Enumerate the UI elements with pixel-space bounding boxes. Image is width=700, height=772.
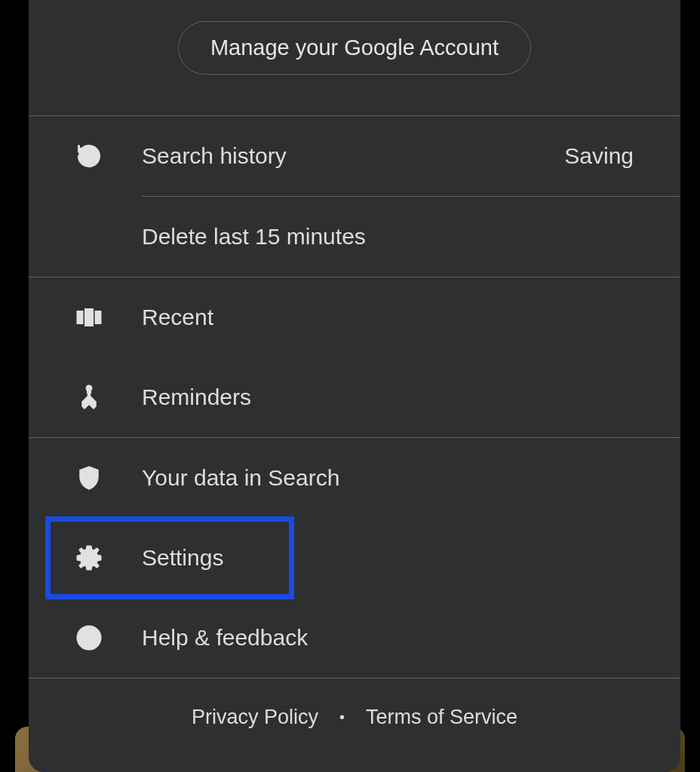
menu-label: Recent xyxy=(142,305,634,330)
svg-point-10 xyxy=(88,643,91,645)
menu-item-delete-15-minutes[interactable]: Delete last 15 minutes xyxy=(29,197,680,277)
svg-point-7 xyxy=(90,475,91,476)
reminders-icon xyxy=(75,384,103,411)
menu-item-reminders[interactable]: Reminders xyxy=(29,357,680,437)
svg-rect-4 xyxy=(88,386,91,393)
menu-label: Delete last 15 minutes xyxy=(142,224,634,250)
gear-icon xyxy=(75,544,103,571)
menu-label: Help & feedback xyxy=(142,625,634,651)
terms-of-service-link[interactable]: Terms of Service xyxy=(366,706,517,729)
privacy-policy-link[interactable]: Privacy Policy xyxy=(192,706,318,729)
separator-dot: • xyxy=(339,709,345,726)
menu-label: Your data in Search xyxy=(142,465,634,491)
account-menu-panel: Manage your Google Account Search histor… xyxy=(29,0,680,772)
menu-item-recent[interactable]: Recent xyxy=(29,277,680,357)
search-history-status: Saving xyxy=(564,143,634,169)
svg-point-6 xyxy=(87,475,88,476)
help-icon xyxy=(75,624,103,651)
menu-item-search-history[interactable]: Search history Saving xyxy=(29,116,680,196)
menu-label: Reminders xyxy=(142,384,634,410)
svg-rect-1 xyxy=(86,310,93,326)
menu-item-settings[interactable]: Settings xyxy=(29,518,680,598)
manage-account-button[interactable]: Manage your Google Account xyxy=(178,21,531,75)
history-icon xyxy=(75,142,103,170)
svg-rect-2 xyxy=(96,312,100,323)
recent-icon xyxy=(75,304,103,331)
menu-label: Settings xyxy=(142,545,634,571)
shield-icon xyxy=(75,464,103,492)
menu-item-help-feedback[interactable]: Help & feedback xyxy=(29,598,680,678)
footer-links: Privacy Policy • Terms of Service xyxy=(29,679,680,744)
menu-label: Search history xyxy=(142,143,564,169)
menu-item-your-data-in-search[interactable]: Your data in Search xyxy=(29,438,680,518)
svg-rect-0 xyxy=(78,312,82,323)
